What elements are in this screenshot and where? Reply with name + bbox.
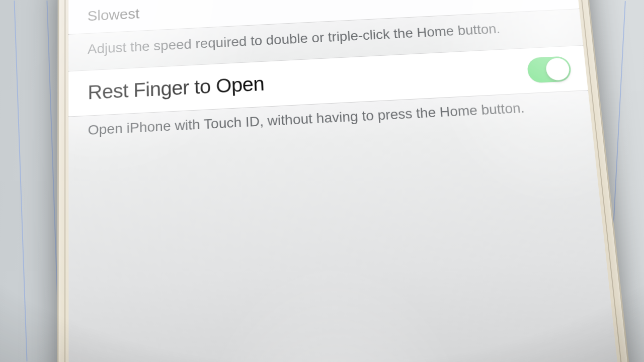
rest-finger-toggle[interactable] bbox=[526, 56, 572, 83]
settings-empty-area bbox=[68, 126, 621, 362]
option-label: Slowest bbox=[88, 6, 140, 24]
rest-finger-label: Rest Finger to Open bbox=[88, 73, 265, 104]
ruled-paper-line bbox=[14, 1, 27, 361]
settings-screen: Slow Slowest Adjust the speed required t… bbox=[68, 0, 626, 362]
iphone-device: Slow Slowest Adjust the speed required t… bbox=[57, 0, 639, 362]
photo-background: Slow Slowest Adjust the speed required t… bbox=[0, 0, 644, 362]
toggle-knob bbox=[545, 57, 570, 81]
